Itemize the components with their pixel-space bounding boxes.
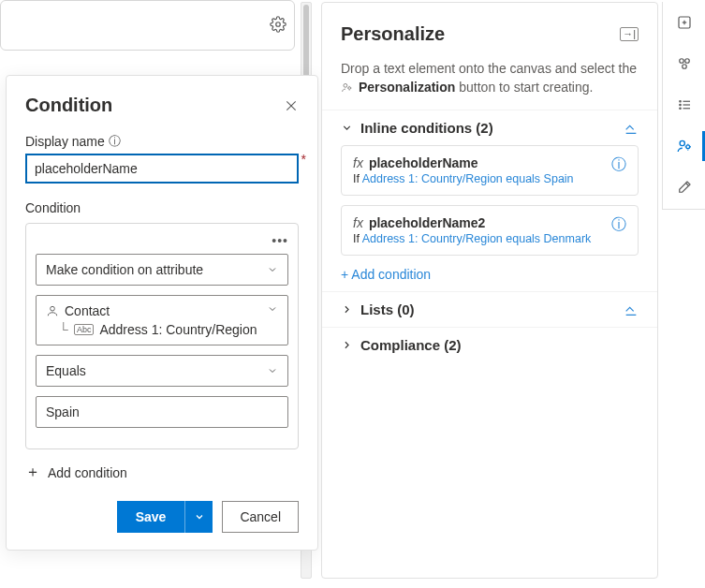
operator-select[interactable]: Equals [36, 355, 288, 387]
condition-builder-box: ••• Make condition on attribute Contact … [25, 223, 299, 449]
svg-point-5 [348, 86, 351, 89]
tree-elbow-icon: └ [59, 322, 68, 337]
panel-title: Personalize [341, 23, 445, 45]
svg-point-19 [685, 145, 689, 149]
condition-card-link: Address 1: Country/Region equals Denmark [362, 232, 592, 245]
fx-icon: fx [353, 215, 363, 230]
attribute-picker[interactable]: Contact └ Abc Address 1: Country/Region [36, 295, 288, 345]
condition-card[interactable]: fx placeholderName If Address 1: Country… [341, 145, 639, 196]
chevron-down-icon [267, 303, 278, 315]
chevron-down-icon [267, 264, 278, 275]
add-condition-label: Add condition [48, 465, 127, 480]
condition-section-label: Condition [25, 200, 299, 215]
svg-point-12 [679, 101, 681, 103]
person-icon [46, 304, 59, 317]
info-icon[interactable]: ⓘ [109, 133, 121, 150]
add-condition-button[interactable]: ＋ Add condition [25, 463, 299, 482]
condition-modal: Condition Display name ⓘ * Condition •••… [6, 75, 318, 551]
chevron-right-icon [341, 339, 353, 351]
right-rail [662, 2, 705, 210]
personalization-icon [341, 80, 357, 95]
chevron-down-icon [341, 122, 353, 134]
svg-point-0 [276, 22, 281, 27]
svg-point-4 [344, 83, 347, 87]
svg-point-14 [679, 104, 681, 106]
edit-icon[interactable] [624, 302, 639, 317]
info-icon[interactable]: ⓘ [611, 155, 626, 175]
panel-desc-strong: Personalization [359, 80, 455, 95]
add-condition-link[interactable]: + Add condition [341, 267, 639, 282]
modal-title: Condition [25, 95, 112, 116]
value-input[interactable]: Spain [36, 396, 288, 428]
gear-icon[interactable] [270, 16, 286, 33]
condition-card[interactable]: fx placeholderName2 If Address 1: Countr… [341, 205, 639, 256]
section-lists-header[interactable]: Lists (0) [341, 301, 639, 317]
plus-icon: ＋ [25, 463, 40, 482]
rail-elements-icon[interactable] [664, 43, 705, 84]
svg-point-11 [682, 65, 686, 69]
section-lists: Lists (0) [322, 291, 657, 327]
entity-name: Contact [65, 303, 110, 318]
condition-card-prefix: If [353, 232, 362, 245]
section-inline-conditions: Inline conditions (2) fx placeholderName… [322, 110, 657, 291]
section-lists-label: Lists (0) [360, 301, 415, 317]
svg-point-10 [684, 59, 689, 64]
rail-list-icon[interactable] [664, 84, 705, 125]
condition-card-link: Address 1: Country/Region equals Spain [362, 172, 574, 185]
section-compliance-label: Compliance (2) [360, 337, 462, 353]
panel-description: Drop a text element onto the canvas and … [322, 51, 657, 110]
section-compliance-header[interactable]: Compliance (2) [341, 337, 639, 353]
panel-desc-text-3: button to start creating. [455, 80, 593, 95]
required-indicator: * [301, 152, 306, 167]
cancel-button[interactable]: Cancel [222, 501, 299, 533]
section-compliance: Compliance (2) [322, 327, 657, 362]
condition-card-prefix: If [353, 172, 362, 185]
display-name-label: Display name [25, 134, 105, 149]
rail-add-icon[interactable] [664, 2, 705, 43]
collapse-panel-icon[interactable]: →| [620, 27, 639, 41]
condition-type-select[interactable]: Make condition on attribute [36, 254, 288, 286]
svg-point-3 [51, 306, 55, 311]
display-name-input[interactable] [25, 154, 299, 184]
svg-point-16 [679, 108, 681, 110]
section-inline-label: Inline conditions (2) [360, 120, 493, 136]
panel-desc-text-1: Drop a text element onto the canvas and … [341, 61, 637, 76]
operator-value: Equals [46, 363, 86, 378]
value-input-text: Spain [46, 404, 80, 419]
edit-icon[interactable] [624, 121, 639, 136]
svg-point-18 [680, 140, 684, 145]
personalize-panel: Personalize →| Drop a text element onto … [321, 2, 658, 579]
canvas-element-box [0, 0, 295, 51]
close-icon[interactable] [284, 98, 299, 113]
condition-more-icon[interactable]: ••• [272, 233, 288, 248]
rail-brush-icon[interactable] [664, 167, 705, 208]
condition-card-name: placeholderName2 [369, 215, 486, 230]
save-button[interactable]: Save [117, 501, 185, 533]
fx-icon: fx [353, 155, 363, 170]
chevron-down-icon [267, 365, 278, 376]
section-inline-header[interactable]: Inline conditions (2) [341, 120, 639, 136]
text-type-icon: Abc [74, 324, 95, 335]
save-split-button: Save [117, 501, 213, 533]
condition-card-name: placeholderName [369, 155, 478, 170]
save-dropdown-button[interactable] [184, 501, 213, 533]
attribute-name: Address 1: Country/Region [99, 322, 257, 337]
condition-type-value: Make condition on attribute [46, 262, 203, 277]
rail-personalize-icon[interactable] [664, 125, 705, 167]
svg-point-9 [679, 59, 683, 64]
chevron-right-icon [341, 303, 353, 316]
info-icon[interactable]: ⓘ [611, 215, 626, 235]
